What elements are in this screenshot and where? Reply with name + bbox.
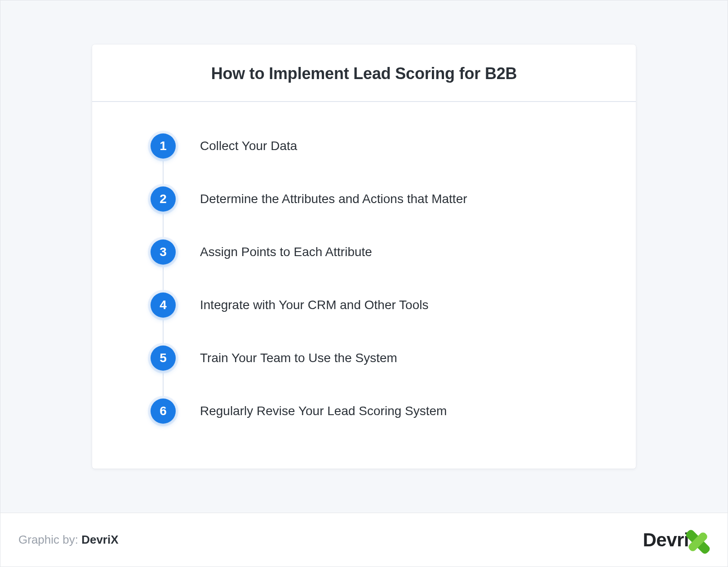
step-number-badge: 2 <box>151 186 176 212</box>
credit-name: DevriX <box>81 533 118 546</box>
step-item: 2 Determine the Attributes and Actions t… <box>151 186 618 212</box>
step-number-badge: 1 <box>151 133 176 159</box>
devrix-logo: Devri <box>643 528 710 552</box>
step-number-badge: 5 <box>151 346 176 371</box>
step-item: 3 Assign Points to Each Attribute <box>151 239 618 265</box>
step-label: Integrate with Your CRM and Other Tools <box>200 298 428 312</box>
card-header: How to Implement Lead Scoring for B2B <box>92 44 636 102</box>
step-label: Determine the Attributes and Actions tha… <box>200 192 467 206</box>
step-label: Regularly Revise Your Lead Scoring Syste… <box>200 404 447 418</box>
step-label: Assign Points to Each Attribute <box>200 245 372 259</box>
logo-x-icon <box>686 530 710 554</box>
step-label: Train Your Team to Use the System <box>200 351 397 365</box>
step-item: 6 Regularly Revise Your Lead Scoring Sys… <box>151 399 618 424</box>
connector-line <box>163 146 164 411</box>
step-label: Collect Your Data <box>200 139 297 153</box>
credit-prefix: Graphic by: <box>18 533 81 546</box>
step-item: 4 Integrate with Your CRM and Other Tool… <box>151 292 618 318</box>
footer: Graphic by: DevriX Devri <box>0 513 728 567</box>
card-body: 1 Collect Your Data 2 Determine the Attr… <box>92 102 636 469</box>
step-number-badge: 3 <box>151 239 176 265</box>
card: How to Implement Lead Scoring for B2B 1 … <box>92 44 636 469</box>
card-title: How to Implement Lead Scoring for B2B <box>101 64 627 83</box>
step-number-badge: 4 <box>151 292 176 318</box>
step-item: 1 Collect Your Data <box>151 133 618 159</box>
step-number-badge: 6 <box>151 399 176 424</box>
steps-list: 1 Collect Your Data 2 Determine the Attr… <box>151 133 618 424</box>
step-item: 5 Train Your Team to Use the System <box>151 346 618 371</box>
credit-line: Graphic by: DevriX <box>18 533 119 547</box>
logo-text: Devri <box>643 529 689 551</box>
infographic-container: How to Implement Lead Scoring for B2B 1 … <box>0 0 728 567</box>
stage: How to Implement Lead Scoring for B2B 1 … <box>0 0 728 513</box>
